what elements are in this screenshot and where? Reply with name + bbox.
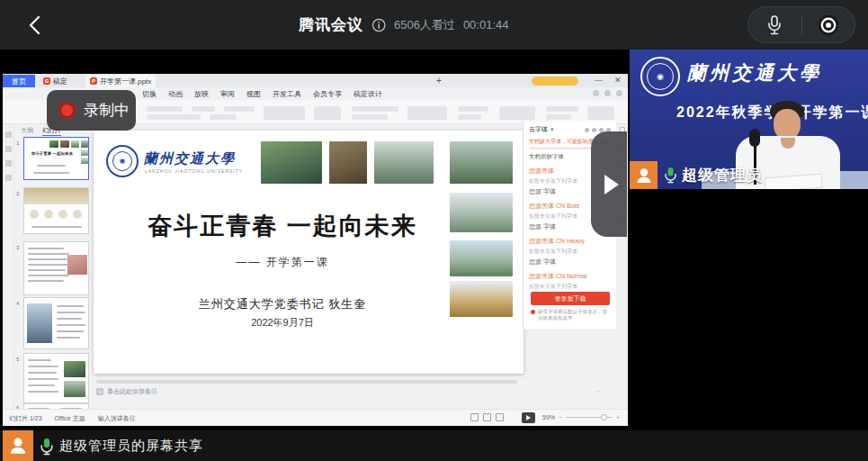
tab-document-label: 开学第一课.pptx xyxy=(100,77,151,86)
zoom-level: 59% xyxy=(542,414,555,420)
microphone-icon xyxy=(765,14,783,36)
thumb1-title: 奋斗正青春 一起向未来 xyxy=(29,150,76,155)
menu-view[interactable]: 视图 xyxy=(246,89,261,99)
font-hint: 你暂未安装下列字体 xyxy=(529,248,611,256)
download-fonts-button[interactable]: 登录后下载 xyxy=(531,292,610,305)
speaker-video-feed[interactable]: ◉ 蘭州交通大學 2022年秋季学期开学第一课 超级管理员 xyxy=(630,50,868,189)
record-button[interactable] xyxy=(802,7,855,42)
status-theme: Office 主题 xyxy=(55,414,85,423)
close-button[interactable]: ✕ xyxy=(614,76,622,85)
ppt-file-icon: P xyxy=(90,77,97,85)
notes-more[interactable]: … xyxy=(595,386,601,393)
wps-left-toolstrip xyxy=(3,124,14,409)
zoom-slider[interactable] xyxy=(566,417,613,418)
zoom-slider-knob[interactable] xyxy=(601,414,607,420)
reading-view-icon[interactable] xyxy=(496,413,504,421)
strip-icon[interactable] xyxy=(5,175,12,181)
person-icon xyxy=(634,166,654,185)
menu-animation[interactable]: 动画 xyxy=(168,89,183,99)
slide-subtitle: —— 开学第一课 xyxy=(94,255,471,270)
screen-share-bar: 超级管理员的屏幕共享 xyxy=(0,430,868,461)
university-seal-icon: ◉ xyxy=(640,57,680,96)
menu-member[interactable]: 会员专享 xyxy=(313,89,342,99)
slide-thumbnail-5[interactable] xyxy=(23,353,89,403)
menu-devtools[interactable]: 开发工具 xyxy=(273,89,301,99)
recording-dot-icon xyxy=(58,102,76,119)
strip-icon[interactable] xyxy=(5,131,12,138)
menu-slideshow[interactable]: 放映 xyxy=(194,89,209,99)
wps-tab-bar: 首页 G 稿定 P 开学第一课.pptx + — ✕ xyxy=(3,74,628,87)
recording-label: 录制中 xyxy=(84,100,130,121)
slide-thumbnail-4[interactable] xyxy=(23,297,89,349)
slide-thumbnail-1[interactable]: 奋斗正青春 一起向未来 xyxy=(23,137,89,180)
gaoding-app-icon: G xyxy=(43,77,50,85)
status-note-tool[interactable]: 输入演讲备注 xyxy=(98,414,136,423)
refresh-icon[interactable] xyxy=(585,128,589,132)
strip-icon[interactable] xyxy=(5,146,12,152)
font-hint: 你暂未安装下列字体 xyxy=(529,283,611,291)
person-icon xyxy=(7,435,29,456)
tab-document[interactable]: P 开学第一课.pptx xyxy=(85,75,156,87)
slide-logo-subtext: LANZHOU JIAOTONG UNIVERSITY xyxy=(145,168,243,174)
play-icon xyxy=(526,415,531,420)
notify-icon[interactable] xyxy=(593,90,599,96)
back-icon[interactable] xyxy=(23,13,49,38)
pane-footer: 缺失字体将以默认字体显示，显示效果或有差异 xyxy=(531,309,612,321)
new-tab-button[interactable]: + xyxy=(433,75,445,87)
menu-transition[interactable]: 切换 xyxy=(142,89,157,99)
notes-placeholder: 单击此处添加备注 xyxy=(107,387,157,396)
stream-play-button[interactable] xyxy=(591,131,627,237)
slide-number: 3 xyxy=(16,245,19,250)
tab-outline[interactable]: 大纲 xyxy=(21,126,33,136)
slide-canvas[interactable]: ◉ 蘭州交通大學 LANZHOU JIAOTONG UNIVERSITY 奋斗正… xyxy=(94,131,523,374)
microphone-button[interactable] xyxy=(748,7,801,42)
font-name: 思源黑体 CN Heavy xyxy=(529,237,611,246)
slide-logo-calligraphy: 蘭州交通大學 xyxy=(144,150,236,167)
minimize-button[interactable]: — xyxy=(595,76,603,85)
strip-icon[interactable] xyxy=(5,160,12,167)
zoom-out-button[interactable]: − xyxy=(559,414,562,420)
sorter-view-icon[interactable] xyxy=(483,413,491,421)
chevron-down-icon[interactable]: ▾ xyxy=(550,126,554,133)
font-sample: 思源 字体 xyxy=(529,258,611,267)
video-logo-calligraphy: 蘭州交通大學 xyxy=(687,60,822,86)
pane-title: 云字体 xyxy=(529,125,548,134)
menu-review[interactable]: 审阅 xyxy=(220,89,235,99)
font-list-item[interactable]: 思源黑体 CN Normal 你暂未安装下列字体 xyxy=(529,272,611,291)
meeting-screen: 腾讯会议 6506人看过 00:01:44 录制中 xyxy=(0,0,868,461)
notes-area[interactable]: 单击此处添加备注 xyxy=(96,386,600,397)
campus-photo xyxy=(374,141,434,184)
settings-icon[interactable] xyxy=(616,90,622,96)
screen-share-label: 超级管理员的屏幕共享 xyxy=(59,438,203,455)
participant-avatar xyxy=(630,161,658,189)
font-name: 思源黑体 CN Normal xyxy=(529,272,611,281)
meeting-title: 腾讯会议 xyxy=(299,14,363,35)
wps-status-bar: 幻灯片 1/23 Office 主题 输入演讲备注 59% − + xyxy=(3,409,628,426)
tab-home[interactable]: 首页 xyxy=(3,75,35,87)
sharer-avatar xyxy=(3,430,33,461)
slide-thumbnail-3[interactable] xyxy=(23,241,89,295)
member-pill-button[interactable] xyxy=(532,77,578,86)
view-switcher xyxy=(470,413,504,421)
slide-number: 1 xyxy=(16,140,19,146)
pin-icon[interactable] xyxy=(592,128,596,132)
campus-photo xyxy=(450,141,513,184)
speaking-mic-icon xyxy=(664,167,677,187)
slideshow-play-button[interactable] xyxy=(522,412,535,423)
zoom-control: 59% − + xyxy=(542,414,620,420)
normal-view-icon[interactable] xyxy=(470,413,479,421)
tab-gaoding[interactable]: G 稿定 xyxy=(39,75,72,87)
zoom-in-button[interactable]: + xyxy=(616,414,620,420)
campus-photo xyxy=(261,141,322,184)
font-list-item[interactable]: 思源黑体 CN Heavy 你暂未安装下列字体 思源 字体 xyxy=(529,237,611,267)
warning-dot-icon xyxy=(531,310,535,314)
slide-thumbnail-panel: 1 奋斗正青春 一起向未来 2 3 xyxy=(14,137,94,407)
speaking-mic-icon xyxy=(40,438,54,459)
menu-right-icons xyxy=(593,90,622,96)
help-icon[interactable] xyxy=(604,90,611,96)
menu-gaoding-design[interactable]: 稿定设计 xyxy=(353,89,382,99)
slide-thumbnail-2[interactable] xyxy=(23,187,89,234)
slide-number: 5 xyxy=(16,357,19,362)
horizontal-scrollbar[interactable] xyxy=(96,380,517,384)
info-icon[interactable] xyxy=(371,18,386,32)
